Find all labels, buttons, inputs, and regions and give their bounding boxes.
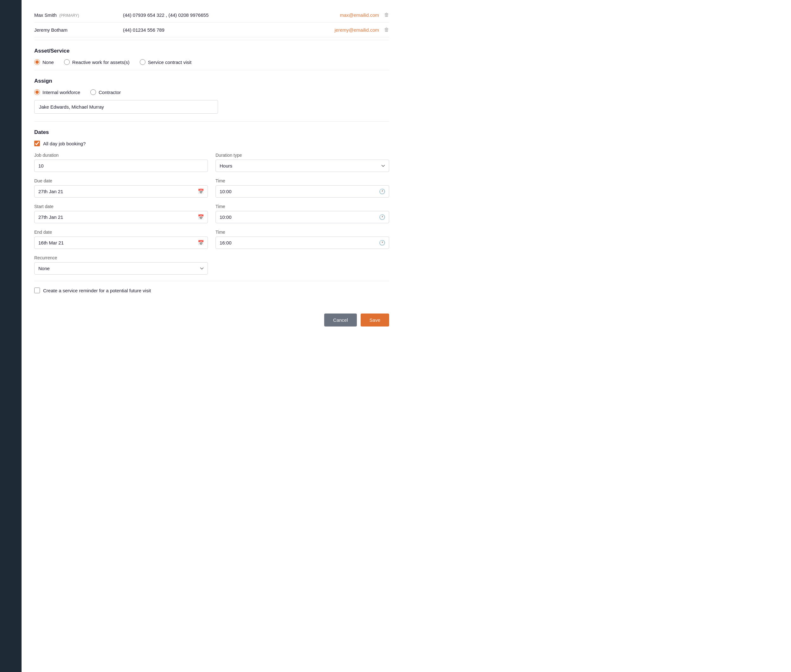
end-date-label: End date xyxy=(34,230,208,235)
start-time-label: Time xyxy=(215,204,389,209)
service-reminder-row[interactable]: Create a service reminder for a potentia… xyxy=(34,288,389,293)
job-duration-group: Job duration xyxy=(34,153,208,172)
radio-none-input[interactable] xyxy=(34,59,40,65)
sidebar xyxy=(0,0,22,672)
start-time-input-wrapper: 🕐 xyxy=(215,211,389,223)
service-reminder-label: Create a service reminder for a potentia… xyxy=(43,288,151,293)
radio-internal[interactable]: Internal workforce xyxy=(34,89,80,95)
radio-reactive-input[interactable] xyxy=(64,59,70,65)
start-date-input[interactable] xyxy=(34,211,208,223)
contact-name-max: Max Smith (PRIMARY) xyxy=(34,12,123,18)
dates-heading: Dates xyxy=(34,129,389,136)
radio-none[interactable]: None xyxy=(34,59,54,65)
due-date-input[interactable] xyxy=(34,185,208,198)
due-time-input[interactable] xyxy=(215,185,389,198)
due-time-input-wrapper: 🕐 xyxy=(215,185,389,198)
service-reminder-section: Create a service reminder for a potentia… xyxy=(34,281,389,293)
cancel-button[interactable]: Cancel xyxy=(324,314,357,326)
end-date-input-wrapper: 📅 xyxy=(34,237,208,249)
end-time-label: Time xyxy=(215,230,389,235)
end-date-group: End date 📅 xyxy=(34,230,208,249)
asset-service-radio-group: None Reactive work for assets(s) Service… xyxy=(34,59,389,65)
delete-contact-jeremy[interactable]: 🗑 xyxy=(384,27,389,33)
assign-heading: Assign xyxy=(34,78,389,84)
divider-contacts xyxy=(34,40,389,40)
contact-phone-max: (44) 07939 654 322 , (44) 0208 9976655 xyxy=(123,12,316,18)
recurrence-row: Recurrence None Daily Weekly Monthly xyxy=(34,255,389,275)
contact-email-jeremy[interactable]: jeremy@emailid.com xyxy=(316,27,379,33)
main-content: Max Smith (PRIMARY) (44) 07939 654 322 ,… xyxy=(22,0,791,672)
duration-type-group: Duration type Hours Days Weeks xyxy=(215,153,389,172)
radio-reactive[interactable]: Reactive work for assets(s) xyxy=(64,59,130,65)
recurrence-label: Recurrence xyxy=(34,255,208,260)
delete-contact-max[interactable]: 🗑 xyxy=(384,12,389,18)
divider-assign xyxy=(34,121,389,122)
due-time-group: Time 🕐 xyxy=(215,178,389,198)
contact-row-max: Max Smith (PRIMARY) (44) 07939 654 322 ,… xyxy=(34,8,389,22)
all-day-row: All day job booking? xyxy=(34,141,389,146)
end-date-input[interactable] xyxy=(34,237,208,249)
end-time-input[interactable] xyxy=(215,237,389,249)
duration-type-select[interactable]: Hours Days Weeks xyxy=(215,160,389,172)
radio-service-contract[interactable]: Service contract visit xyxy=(140,59,192,65)
asset-service-heading: Asset/Service xyxy=(34,48,389,54)
radio-internal-label: Internal workforce xyxy=(42,90,80,95)
all-day-label: All day job booking? xyxy=(43,141,85,146)
due-date-label: Due date xyxy=(34,178,208,183)
recurrence-group: Recurrence None Daily Weekly Monthly xyxy=(34,255,208,275)
recurrence-select[interactable]: None Daily Weekly Monthly xyxy=(34,262,208,275)
due-time-label: Time xyxy=(215,178,389,183)
duration-type-label: Duration type xyxy=(215,153,389,158)
divider-asset-service xyxy=(34,70,389,70)
start-time-group: Time 🕐 xyxy=(215,204,389,223)
assignee-value: Jake Edwards, Michael Murray xyxy=(39,104,104,110)
job-duration-input[interactable] xyxy=(34,160,208,172)
save-button[interactable]: Save xyxy=(361,314,389,326)
radio-service-contract-label: Service contract visit xyxy=(148,59,192,65)
footer-buttons: Cancel Save xyxy=(34,309,389,326)
all-day-checkbox[interactable] xyxy=(34,141,40,146)
job-duration-label: Job duration xyxy=(34,153,208,158)
form-container: Max Smith (PRIMARY) (44) 07939 654 322 ,… xyxy=(22,0,402,339)
start-date-group: Start date 📅 xyxy=(34,204,208,223)
start-time-input[interactable] xyxy=(215,211,389,223)
start-date-input-wrapper: 📅 xyxy=(34,211,208,223)
start-date-row: Start date 📅 Time 🕐 xyxy=(34,204,389,223)
radio-contractor[interactable]: Contractor xyxy=(90,89,121,95)
radio-internal-input[interactable] xyxy=(34,89,40,95)
contact-row-jeremy: Jeremy Botham (44) 01234 556 789 jeremy@… xyxy=(34,22,389,37)
assign-radio-group: Internal workforce Contractor xyxy=(34,89,389,95)
contact-phone-jeremy: (44) 01234 556 789 xyxy=(123,27,316,33)
end-date-row: End date 📅 Time 🕐 xyxy=(34,230,389,249)
radio-none-label: None xyxy=(42,59,54,65)
service-reminder-checkbox[interactable] xyxy=(34,288,40,293)
assignee-field[interactable]: Jake Edwards, Michael Murray xyxy=(34,100,218,114)
start-date-label: Start date xyxy=(34,204,208,209)
radio-reactive-label: Reactive work for assets(s) xyxy=(72,59,130,65)
end-time-group: Time 🕐 xyxy=(215,230,389,249)
radio-contractor-label: Contractor xyxy=(99,90,121,95)
radio-service-contract-input[interactable] xyxy=(140,59,146,65)
radio-contractor-input[interactable] xyxy=(90,89,96,95)
end-time-input-wrapper: 🕐 xyxy=(215,237,389,249)
contact-email-max[interactable]: max@emailid.com xyxy=(316,12,379,18)
contact-name-jeremy: Jeremy Botham xyxy=(34,27,123,33)
duration-row: Job duration Duration type Hours Days We… xyxy=(34,153,389,172)
due-date-input-wrapper: 📅 xyxy=(34,185,208,198)
due-date-group: Due date 📅 xyxy=(34,178,208,198)
due-date-row: Due date 📅 Time 🕐 xyxy=(34,178,389,198)
